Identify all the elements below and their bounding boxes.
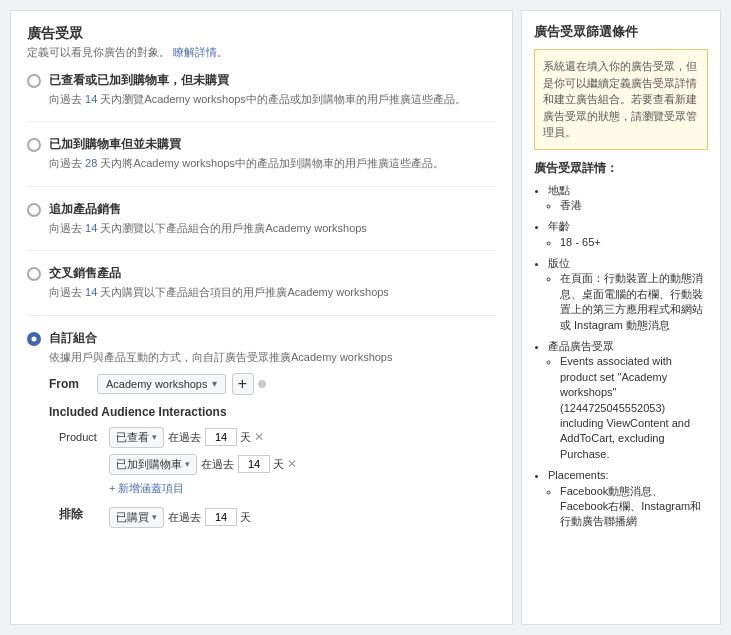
included-interactions-heading: Included Audience Interactions <box>49 405 496 419</box>
add-coverage-button[interactable]: + 新增涵蓋項目 <box>109 481 496 496</box>
radio-viewed-not-purchased[interactable] <box>27 74 41 88</box>
detail-age: 年齡 18 - 65+ <box>548 219 708 250</box>
option-viewed-not-purchased: 已查看或已加到購物車，但未購買 向過去 14 天內瀏覽Academy works… <box>27 72 496 122</box>
exclude-days-input[interactable] <box>205 508 237 526</box>
option-title-3: 追加產品銷售 <box>49 201 496 218</box>
learn-more-link[interactable]: 瞭解詳情。 <box>173 46 228 58</box>
option-added-not-purchased: 已加到購物車但並未購買 向過去 28 天內將Academy workshops中… <box>27 136 496 186</box>
radio-added-not-purchased[interactable] <box>27 138 41 152</box>
warning-box: 系統還在填入你的廣告受眾，但是你可以繼續定義廣告受眾詳情和建立廣告組合。若要查看… <box>534 49 708 150</box>
option-title-4: 交叉銷售產品 <box>49 265 496 282</box>
audience-details-title: 廣告受眾詳情： <box>534 160 708 177</box>
detail-location: 地點 香港 <box>548 183 708 214</box>
option-upsell: 追加產品銷售 向過去 14 天內瀏覽以下產品組合的用戶推廣Academy wor… <box>27 201 496 251</box>
exclude-type-dropdown[interactable]: 已購買 <box>109 507 164 528</box>
option-title-5: 自訂組合 <box>49 330 496 347</box>
radio-upsell[interactable] <box>27 203 41 217</box>
detail-placement: 版位 在頁面：行動裝置上的動態消息、桌面電腦的右欄、行動裝置上的第三方應用程式和… <box>548 256 708 333</box>
tian-label-2: 天 <box>273 457 284 472</box>
exclude-zai-label: 在過去 <box>168 510 201 525</box>
remove-interaction-2[interactable]: ✕ <box>287 457 297 471</box>
detail-product-audience: 產品廣告受眾 Events associated with product se… <box>548 339 708 462</box>
product-label: Product <box>59 431 109 443</box>
zai-label-2: 在過去 <box>201 457 234 472</box>
days-input-1[interactable] <box>205 428 237 446</box>
from-dropdown[interactable]: Academy workshops <box>97 374 226 394</box>
exclude-label: 排除 <box>59 506 109 523</box>
audience-details-list: 地點 香港 年齡 18 - 65+ 版位 在頁面：行動裝置上的動態消息、桌面電腦… <box>534 183 708 530</box>
right-panel: 廣告受眾篩選條件 系統還在填入你的廣告受眾，但是你可以繼續定義廣告受眾詳情和建立… <box>521 10 721 625</box>
left-panel: 廣告受眾 定義可以看見你廣告的對象。 瞭解詳情。 已查看或已加到購物車，但未購買… <box>10 10 513 625</box>
exclude-row: 排除 已購買 在過去 天 <box>59 506 496 529</box>
page-title: 廣告受眾 <box>27 25 496 43</box>
option-title-2: 已加到購物車但並未購買 <box>49 136 496 153</box>
interaction-type-dropdown-2[interactable]: 已加到購物車 <box>109 454 197 475</box>
option-desc-1: 向過去 14 天內瀏覽Academy workshops中的產品或加到購物車的用… <box>49 92 496 107</box>
option-desc-5: 依據用戶與產品互動的方式，向自訂廣告受眾推廣Academy workshops <box>49 350 496 365</box>
panel-subtitle: 定義可以看見你廣告的對象。 瞭解詳情。 <box>27 45 496 60</box>
option-cross-sell: 交叉銷售產品 向過去 14 天內購買以下產品組合項目的用戶推廣Academy w… <box>27 265 496 315</box>
right-panel-title: 廣告受眾篩選條件 <box>534 23 708 41</box>
option-desc-2: 向過去 28 天內將Academy workshops中的產品加到購物車的用戶推… <box>49 156 496 171</box>
custom-section: From Academy workshops + Included Audien… <box>49 373 496 529</box>
days-input-2[interactable] <box>238 455 270 473</box>
from-row: From Academy workshops + <box>49 373 496 395</box>
option-title-1: 已查看或已加到購物車，但未購買 <box>49 72 496 89</box>
radio-custom[interactable] <box>27 332 41 346</box>
from-label: From <box>49 377 89 391</box>
zai-label-1: 在過去 <box>168 430 201 445</box>
add-source-button[interactable]: + <box>232 373 254 395</box>
detail-placements: Placements: Facebook動態消息、Facebook右欄、Inst… <box>548 468 708 530</box>
interaction-type-dropdown-1[interactable]: 已查看 <box>109 427 164 448</box>
exclude-section: 排除 已購買 在過去 天 <box>49 506 496 529</box>
option-custom: 自訂組合 依據用戶與產品互動的方式，向自訂廣告受眾推廣Academy works… <box>27 330 496 549</box>
interaction-row-1: Product 已查看 在過去 天 ✕ <box>59 427 496 448</box>
remove-interaction-1[interactable]: ✕ <box>254 430 264 444</box>
option-desc-3: 向過去 14 天內瀏覽以下產品組合的用戶推廣Academy workshops <box>49 221 496 236</box>
dot-icon <box>258 380 266 388</box>
option-desc-4: 向過去 14 天內購買以下產品組合項目的用戶推廣Academy workshop… <box>49 285 496 300</box>
tian-label-1: 天 <box>240 430 251 445</box>
interaction-row-2: 已加到購物車 在過去 天 ✕ <box>59 454 496 475</box>
exclude-tian-label: 天 <box>240 510 251 525</box>
radio-cross-sell[interactable] <box>27 267 41 281</box>
